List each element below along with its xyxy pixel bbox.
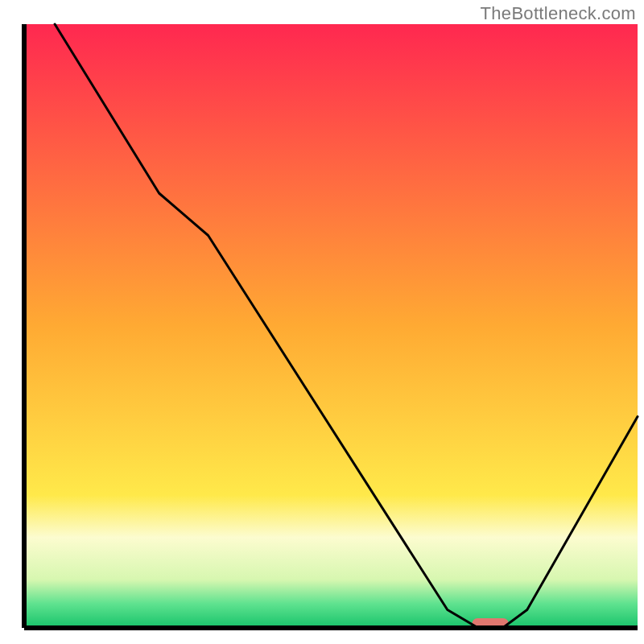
chart-background <box>24 24 638 628</box>
bottleneck-chart <box>0 0 644 644</box>
chart-container: TheBottleneck.com <box>0 0 644 644</box>
watermark-label: TheBottleneck.com <box>481 3 636 24</box>
